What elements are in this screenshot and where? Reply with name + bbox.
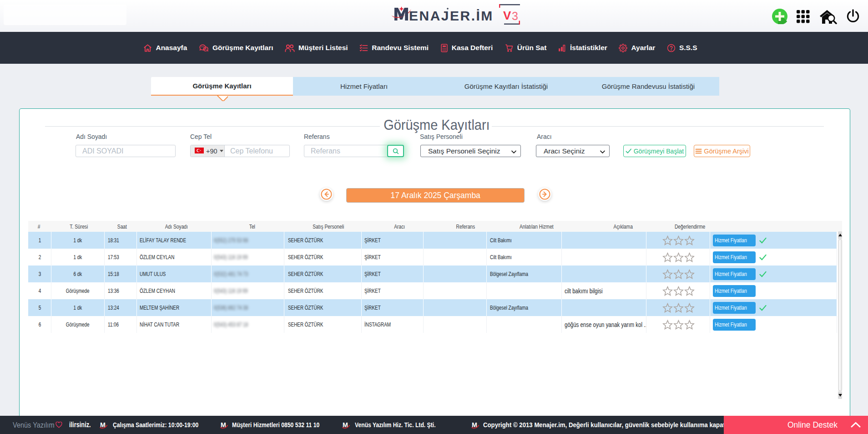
svg-text:3: 3	[512, 10, 518, 22]
svg-text:V: V	[503, 9, 511, 22]
svg-text:ENAJER.İM: ENAJER.İM	[409, 8, 494, 23]
